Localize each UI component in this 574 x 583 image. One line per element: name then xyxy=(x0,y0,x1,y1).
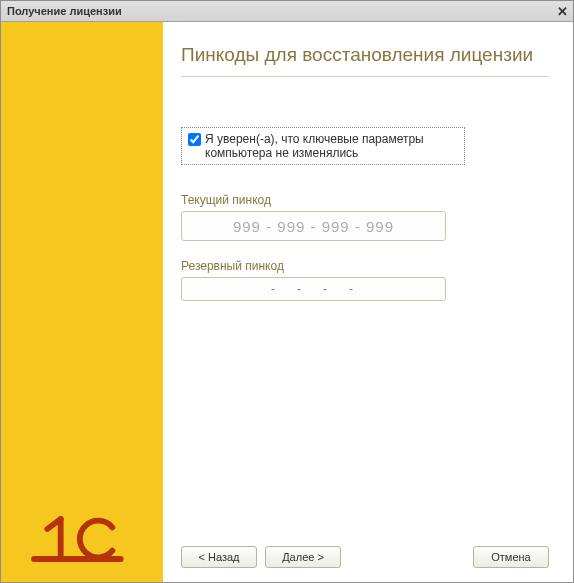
back-button[interactable]: < Назад xyxy=(181,546,257,568)
backup-pin-group: Резервный пинкод xyxy=(181,259,549,301)
current-pin-group: Текущий пинкод xyxy=(181,193,549,241)
window-body: Пинкоды для восстановления лицензии Я ув… xyxy=(1,22,573,582)
backup-pin-input[interactable] xyxy=(181,277,446,301)
current-pin-label: Текущий пинкод xyxy=(181,193,549,207)
main-panel: Пинкоды для восстановления лицензии Я ув… xyxy=(163,22,573,582)
backup-pin-label: Резервный пинкод xyxy=(181,259,549,273)
license-wizard-window: Получение лицензии ✕ Пинкод xyxy=(0,0,574,583)
divider xyxy=(181,76,549,77)
cancel-button[interactable]: Отмена xyxy=(473,546,549,568)
sidebar xyxy=(1,22,163,582)
page-title: Пинкоды для восстановления лицензии xyxy=(181,44,549,66)
confirm-checkbox-label: Я уверен(-а), что ключевые параметры ком… xyxy=(205,132,458,160)
confirm-checkbox-row[interactable]: Я уверен(-а), что ключевые параметры ком… xyxy=(181,127,465,165)
next-button[interactable]: Далее > xyxy=(265,546,341,568)
logo-1c xyxy=(29,514,129,564)
current-pin-input[interactable] xyxy=(181,211,446,241)
close-button[interactable]: ✕ xyxy=(551,1,573,21)
window-title: Получение лицензии xyxy=(7,5,122,17)
close-icon: ✕ xyxy=(557,4,568,19)
footer: < Назад Далее > Отмена xyxy=(181,546,549,568)
confirm-checkbox[interactable] xyxy=(188,133,201,146)
titlebar: Получение лицензии ✕ xyxy=(1,1,573,22)
